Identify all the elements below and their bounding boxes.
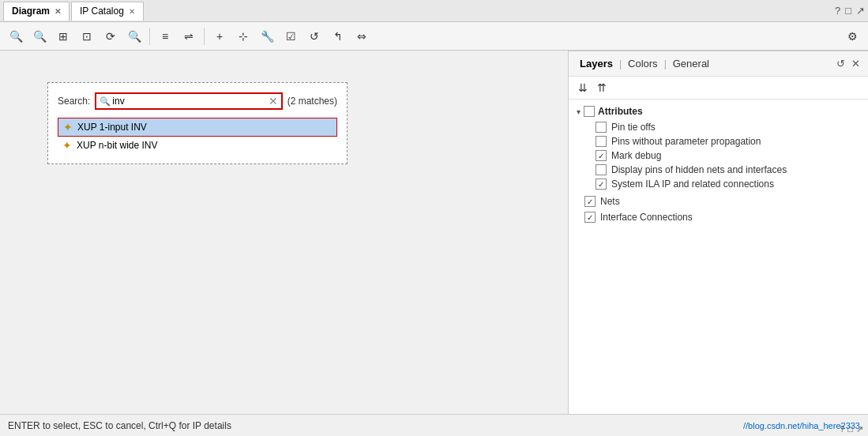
layer-item-pin-tie-offs: Pin tie offs: [577, 120, 860, 134]
collapse-all-btn[interactable]: ⇊: [575, 80, 591, 96]
maximize-icon[interactable]: ↗: [856, 5, 865, 17]
wrench-btn[interactable]: 🔧: [256, 25, 278, 47]
status-text: ENTER to select, ESC to cancel, Ctrl+Q f…: [8, 420, 231, 431]
tab-ip-catalog-close[interactable]: ✕: [129, 7, 135, 16]
result-label-2: XUP n-bit wide INV: [77, 140, 158, 151]
interface-conn-label: Interface Connections: [600, 212, 693, 223]
title-bar-icons: ? □ ↗: [835, 5, 865, 17]
pin-tie-offs-checkbox[interactable]: [596, 122, 607, 133]
attributes-group-header[interactable]: ▾ Attributes: [577, 106, 860, 117]
search-clear-icon[interactable]: ✕: [269, 95, 278, 107]
drc-btn[interactable]: ↰: [327, 25, 349, 47]
display-hidden-label: Display pins of hidden nets and interfac…: [611, 164, 787, 175]
tab-diagram[interactable]: Diagram ✕: [3, 2, 70, 21]
matches-text: (2 matches): [287, 96, 337, 107]
nets-checkbox[interactable]: ✓: [584, 196, 596, 207]
search-label: Search:: [58, 96, 90, 107]
close-panel-icon[interactable]: ✕: [851, 58, 860, 70]
attributes-label: Attributes: [598, 106, 643, 117]
pins-without-prop-label: Pins without parameter propagation: [611, 136, 761, 147]
refresh-btn[interactable]: ⟳: [100, 25, 122, 47]
sep2: [204, 28, 205, 45]
layer-item-display-hidden: Display pins of hidden nets and interfac…: [577, 163, 860, 177]
result-item-2[interactable]: ✦ XUP n-bit wide INV: [58, 137, 337, 154]
layers-content: ▾ Attributes Pin tie offs Pins without p…: [569, 100, 868, 414]
debug-btn[interactable]: ⇔: [351, 25, 373, 47]
interface-conn-checkbox[interactable]: ✓: [584, 212, 596, 223]
result-label-1: XUP 1-input INV: [77, 122, 147, 133]
bottom-icons: ? □ ↗: [840, 424, 863, 434]
attributes-chevron: ▾: [577, 107, 581, 116]
mark-debug-label: Mark debug: [611, 150, 661, 161]
tab-ip-catalog[interactable]: IP Catalog ✕: [71, 2, 144, 21]
sep1: [149, 28, 150, 45]
bottom-help-icon[interactable]: ?: [840, 424, 844, 434]
nets-label: Nets: [600, 196, 620, 207]
layer-item-mark-debug: ✓ Mark debug: [577, 148, 860, 163]
distribute-btn[interactable]: ⇌: [178, 25, 200, 47]
bottom-max-icon[interactable]: ↗: [856, 424, 863, 434]
search-input-wrapper: 🔍 ✕: [95, 92, 282, 110]
panel-tab-colors[interactable]: Colors: [625, 56, 661, 71]
layer-item-interface-conn: ✓ Interface Connections: [577, 210, 860, 224]
fit-btn[interactable]: ⊞: [52, 25, 74, 47]
panel-header: Layers | Colors | General ↺ ✕: [569, 51, 868, 77]
system-ila-label: System ILA IP and related connections: [611, 179, 774, 190]
validate-btn[interactable]: ☑: [280, 25, 302, 47]
status-bar: ENTER to select, ESC to cancel, Ctrl+Q f…: [0, 414, 868, 436]
layer-item-nets: ✓ Nets: [577, 194, 860, 209]
restore-icon[interactable]: □: [845, 5, 851, 17]
system-ila-checkbox[interactable]: ✓: [596, 179, 607, 190]
panel-sep-1: |: [619, 58, 622, 70]
panel-toolbar: ⇊ ⇈: [569, 77, 868, 100]
tab-ip-catalog-label: IP Catalog: [80, 6, 124, 17]
tab-diagram-close[interactable]: ✕: [54, 7, 61, 16]
attributes-group: ▾ Attributes Pin tie offs Pins without p…: [577, 106, 860, 191]
select-btn[interactable]: ⊡: [76, 25, 98, 47]
add-btn[interactable]: +: [209, 25, 231, 47]
title-bar: Diagram ✕ IP Catalog ✕ ? □ ↗: [0, 0, 868, 22]
mark-debug-checkbox[interactable]: ✓: [596, 150, 607, 161]
panel-header-icons: ↺ ✕: [836, 58, 860, 70]
search-row: Search: 🔍 ✕ (2 matches): [58, 92, 337, 110]
panel-sep-2: |: [664, 58, 667, 70]
connect-btn[interactable]: ⊹: [232, 25, 254, 47]
right-panel: Layers | Colors | General ↺ ✕ ⇊ ⇈ ▾ Attr…: [568, 51, 868, 414]
toolbar: 🔍 🔍 ⊞ ⊡ ⟳ 🔍 ≡ ⇌ + ⊹ 🔧 ☑ ↺ ↰ ⇔ ⚙: [0, 22, 868, 51]
main-area: Search: 🔍 ✕ (2 matches) ✦ XUP 1-input IN…: [0, 51, 868, 414]
result-item-1[interactable]: ✦ XUP 1-input INV: [58, 118, 337, 137]
align-btn[interactable]: ≡: [154, 25, 176, 47]
zoom-out-btn[interactable]: 🔍: [28, 25, 51, 47]
layer-item-pins-without-prop: Pins without parameter propagation: [577, 134, 860, 148]
panel-tab-general[interactable]: General: [670, 56, 712, 71]
attributes-checkbox[interactable]: [584, 106, 595, 117]
bottom-restore-icon[interactable]: □: [847, 424, 853, 434]
panel-tab-layers[interactable]: Layers: [577, 56, 616, 71]
search-small-icon: 🔍: [100, 96, 111, 107]
settings-btn[interactable]: ⚙: [841, 25, 863, 47]
pins-without-prop-checkbox[interactable]: [596, 136, 607, 147]
result-icon-2: ✦: [62, 139, 72, 152]
help-icon[interactable]: ?: [835, 5, 840, 17]
zoom-fit-btn[interactable]: 🔍: [5, 25, 27, 47]
search-input[interactable]: [112, 96, 175, 107]
layer-item-system-ila: ✓ System ILA IP and related connections: [577, 177, 860, 191]
search-btn[interactable]: 🔍: [123, 25, 145, 47]
search-dialog: Search: 🔍 ✕ (2 matches) ✦ XUP 1-input IN…: [47, 82, 348, 164]
regenerate-btn[interactable]: ↺: [303, 25, 325, 47]
pin-tie-offs-label: Pin tie offs: [611, 122, 656, 133]
tab-diagram-label: Diagram: [12, 6, 50, 17]
left-panel: Search: 🔍 ✕ (2 matches) ✦ XUP 1-input IN…: [0, 51, 568, 414]
expand-all-btn[interactable]: ⇈: [594, 80, 610, 96]
display-hidden-checkbox[interactable]: [596, 164, 607, 175]
refresh-layers-icon[interactable]: ↺: [836, 58, 845, 70]
result-icon-1: ✦: [63, 121, 73, 133]
